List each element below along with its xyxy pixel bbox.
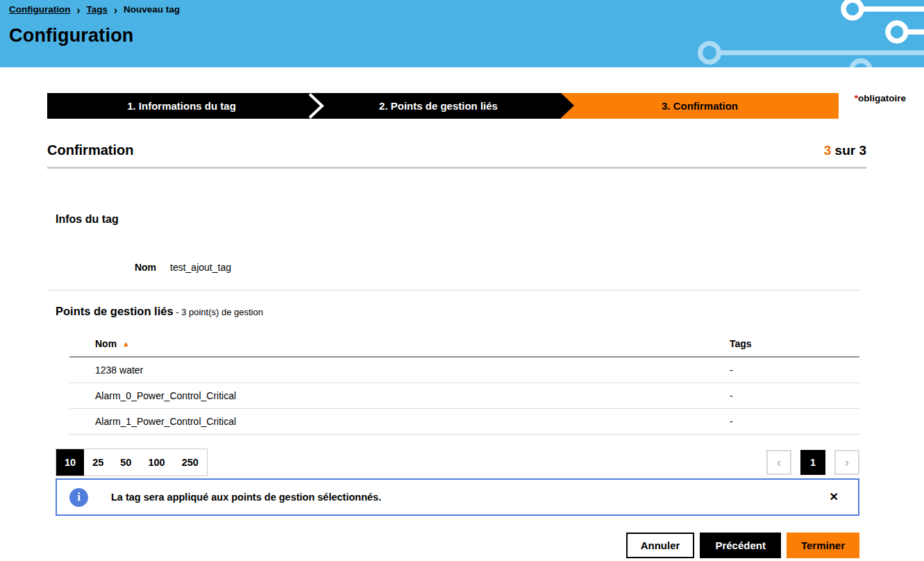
section-divider [47,290,861,291]
step-label: 2. Points de gestion liés [379,100,498,112]
column-label: Nom [95,338,117,349]
arrow-divider-icon [561,93,574,118]
cell-nom: Alarm_1_Power_Control_Critical [69,409,730,435]
cell-tags: - [730,357,859,383]
step-counter: 3 sur 3 [824,143,866,158]
next-page-button[interactable]: › [834,450,859,475]
page-size-25[interactable]: 25 [84,449,112,476]
cell-tags: - [730,409,859,435]
page-size-250[interactable]: 250 [174,449,207,476]
chevron-left-icon: ‹ [777,455,781,470]
page-navigation: ‹ 1 › [766,450,859,475]
required-label: obligatoire [858,93,906,103]
wizard-stepper-row: 1. Informations du tag 2. Points de gest… [0,93,924,119]
cell-nom: Alarm_0_Power_Control_Critical [69,383,730,409]
section-header: Confirmation 3 sur 3 [47,142,866,169]
table-row: Alarm_0_Power_Control_Critical - [69,383,859,409]
page-size-selector: 10 25 50 100 250 [56,449,208,476]
info-banner: i La tag sera appliqué aux points de ges… [56,478,859,516]
current-page-indicator[interactable]: 1 [800,450,825,475]
linked-points-heading: Points de gestion liés - 3 point(s) de g… [56,305,924,318]
breadcrumb-link-tags[interactable]: Tags [86,4,108,15]
page-size-100[interactable]: 100 [140,449,173,476]
linked-points-title: Points de gestion liés [56,305,174,317]
cell-nom: 1238 water [69,357,730,383]
page-title: Configuration [9,25,134,47]
step-informations-du-tag[interactable]: 1. Informations du tag [47,93,316,119]
page-size-10[interactable]: 10 [56,449,84,476]
step-counter-rest: sur 3 [831,143,866,158]
step-counter-current: 3 [824,143,832,158]
linked-points-table: Nom ▲ Tags 1238 water - Alarm_0_Power_Co… [69,332,859,435]
tag-info-heading: Infos du tag [56,213,924,226]
page-header: Configuration › Tags › Nouveau tag Confi… [0,0,924,67]
finish-button[interactable]: Terminer [787,533,859,558]
info-banner-message: La tag sera appliqué aux points de gesti… [111,492,381,503]
pagination-row: 10 25 50 100 250 ‹ 1 › [56,449,859,476]
required-note: *obligatoire [855,93,906,103]
step-label: 1. Informations du tag [127,100,236,112]
breadcrumb: Configuration › Tags › Nouveau tag [9,3,180,15]
circuit-decoration [646,0,924,67]
info-icon: i [69,488,88,507]
column-header-nom[interactable]: Nom ▲ [69,332,730,357]
sort-asc-icon: ▲ [122,340,130,348]
tag-name-row: Nom test_ajout_tag [56,262,924,273]
previous-button[interactable]: Précédent [700,533,781,558]
tag-name-label: Nom [56,262,156,273]
step-label: 3. Confirmation [662,100,738,112]
wizard-stepper: 1. Informations du tag 2. Points de gest… [47,93,839,119]
column-header-tags: Tags [730,332,859,357]
chevron-right-icon: › [845,455,849,470]
section-title: Confirmation [47,142,133,158]
step-points-de-gestion-lies[interactable]: 2. Points de gestion liés [316,93,561,119]
table-row: 1238 water - [69,357,859,383]
page-size-50[interactable]: 50 [112,449,140,476]
linked-points-count: - 3 point(s) de gestion [174,307,263,317]
breadcrumb-separator-icon: › [76,3,80,17]
footer-actions: Annuler Précédent Terminer [0,533,859,558]
chevron-divider-icon [306,93,326,119]
cancel-button[interactable]: Annuler [626,533,695,558]
breadcrumb-current: Nouveau tag [124,4,180,15]
breadcrumb-link-configuration[interactable]: Configuration [9,4,70,15]
tag-name-value: test_ajout_tag [170,262,231,273]
step-confirmation-active[interactable]: 3. Confirmation [561,93,839,119]
previous-page-button[interactable]: ‹ [766,450,791,475]
close-icon[interactable]: ✕ [830,492,839,503]
cell-tags: - [730,383,859,409]
table-header-row: Nom ▲ Tags [69,332,859,357]
table-row: Alarm_1_Power_Control_Critical - [69,409,859,435]
breadcrumb-separator-icon: › [114,3,117,17]
